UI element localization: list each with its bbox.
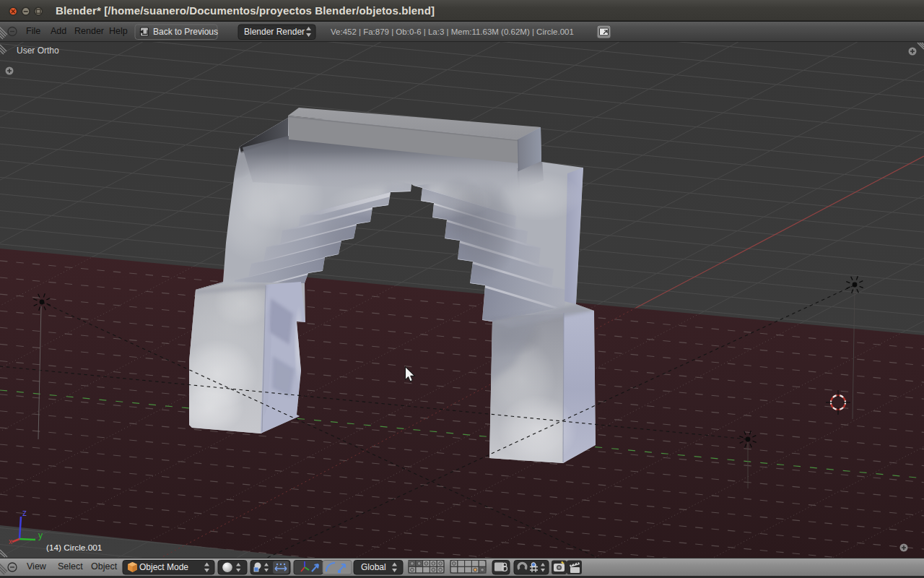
svg-text:y: y [38, 530, 43, 540]
svg-text:(14) Circle.001: (14) Circle.001 [46, 543, 102, 553]
svg-text:User Ortho: User Ortho [17, 46, 59, 56]
svg-text:z: z [22, 508, 27, 518]
svg-text:x: x [9, 538, 12, 545]
